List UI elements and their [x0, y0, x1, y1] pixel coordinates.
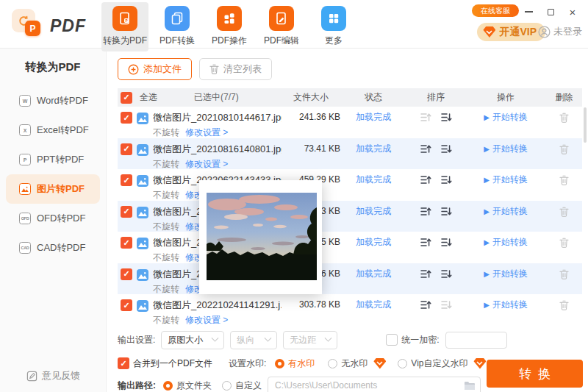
window-controls: ×	[516, 4, 582, 19]
sidebar-item-label: PPT转PDF	[37, 153, 84, 166]
delete-row-icon[interactable]	[546, 268, 582, 282]
sort-down-icon[interactable]	[441, 207, 452, 216]
sort-up-icon[interactable]	[420, 144, 431, 154]
row-checkbox[interactable]: ✓	[121, 112, 132, 124]
sort-down-icon[interactable]	[441, 300, 452, 310]
sort-up-icon[interactable]	[420, 269, 431, 279]
login-button[interactable]: 未登录	[538, 25, 582, 38]
image-preview-popup	[199, 180, 322, 294]
scrollbar-thumb[interactable]	[584, 107, 587, 143]
start-convert-button[interactable]: ▶开始转换	[465, 206, 546, 217]
sort-up-icon[interactable]	[420, 113, 431, 122]
convert-button[interactable]: 转换	[487, 360, 583, 388]
original-folder-radio[interactable]	[163, 381, 173, 391]
file-status: 加载完成	[340, 143, 406, 154]
sort-down-icon[interactable]	[441, 238, 452, 247]
sidebar-item-cad-to-pdf[interactable]: CAD CAD转PDF	[6, 233, 100, 263]
tab-pdf-edit[interactable]: PDF编辑	[258, 2, 305, 51]
sidebar-item-label: CAD转PDF	[37, 241, 85, 254]
row-checkbox[interactable]: ✓	[121, 143, 132, 155]
encrypt-password-input[interactable]	[445, 332, 507, 349]
add-file-button[interactable]: 添加文件	[118, 58, 192, 80]
sidebar-item-ofd-to-pdf[interactable]: OFD OFD转PDF	[6, 204, 100, 233]
word-file-icon: W	[19, 95, 31, 107]
sidebar-item-image-to-pdf[interactable]: 图片转PDF	[6, 174, 100, 204]
encrypt-checkbox[interactable]	[386, 334, 398, 346]
modify-settings-link[interactable]: 修改设置 >	[185, 315, 228, 325]
merge-checkbox[interactable]: ✓	[118, 357, 129, 369]
feedback-button[interactable]: 意见反馈	[26, 369, 80, 382]
modify-settings-link[interactable]: 修改设置 >	[185, 159, 228, 169]
sort-down-icon[interactable]	[441, 269, 452, 279]
watermark-custom-radio[interactable]	[398, 359, 407, 368]
start-convert-button[interactable]: ▶开始转换	[465, 143, 546, 154]
margin-select[interactable]: 无边距	[283, 331, 337, 349]
delete-row-icon[interactable]	[546, 143, 582, 157]
start-convert-button[interactable]: ▶开始转换	[465, 112, 546, 123]
sort-up-icon[interactable]	[420, 175, 431, 185]
delete-row-icon[interactable]	[546, 299, 582, 313]
rotate-label: 不旋转	[153, 315, 179, 325]
encrypt-label: 统一加密:	[401, 334, 439, 346]
clear-list-button[interactable]: 清空列表	[199, 58, 272, 80]
sidebar-item-excel-to-pdf[interactable]: X Excel转PDF	[6, 115, 100, 145]
start-convert-button[interactable]: ▶开始转换	[465, 299, 546, 310]
tab-pdf-convert[interactable]: PDF转换	[154, 2, 201, 51]
sidebar-item-ppt-to-pdf[interactable]: P PPT转PDF	[6, 145, 100, 174]
watermark-on-radio[interactable]	[275, 359, 284, 368]
sort-up-icon[interactable]	[420, 238, 431, 247]
watermark-off-radio[interactable]	[328, 359, 337, 368]
browse-folder-icon[interactable]	[464, 381, 476, 392]
output-settings-label: 输出设置:	[118, 334, 155, 346]
sort-up-icon[interactable]	[420, 207, 431, 216]
tab-pdf-operations[interactable]: PDF操作	[206, 2, 253, 51]
start-convert-button[interactable]: ▶开始转换	[465, 237, 546, 248]
tab-convert-to-pdf[interactable]: P 转换为PDF	[101, 2, 148, 51]
maximize-icon[interactable]	[541, 4, 560, 19]
sort-down-icon[interactable]	[441, 113, 452, 122]
sidebar-item-label: 图片转PDF	[37, 182, 85, 196]
custom-path-radio[interactable]	[222, 381, 232, 391]
orientation-select[interactable]: 纵向	[230, 331, 277, 349]
row-checkbox[interactable]: ✓	[121, 174, 132, 186]
delete-row-icon[interactable]	[546, 112, 582, 125]
play-icon: ▶	[484, 145, 490, 153]
select-all-checkbox[interactable]: ✓	[121, 92, 132, 104]
logo-text: PDF	[50, 16, 86, 36]
online-service-badge[interactable]: 在线客服	[472, 4, 519, 17]
sort-up-icon[interactable]	[420, 300, 431, 310]
start-convert-button[interactable]: ▶开始转换	[465, 174, 546, 185]
sidebar-item-word-to-pdf[interactable]: W Word转PDF	[6, 86, 100, 115]
start-convert-label: 开始转换	[492, 268, 528, 279]
file-name: 微信图片_20210810144617.jpg	[153, 112, 282, 123]
toolbar: 添加文件 清空列表	[118, 58, 582, 80]
sort-down-icon[interactable]	[441, 144, 452, 154]
jpg-file-icon	[137, 207, 148, 218]
row-checkbox[interactable]: ✓	[121, 206, 132, 218]
close-icon[interactable]: ×	[563, 4, 582, 19]
output-path-input[interactable]	[268, 377, 481, 392]
file-name: 微信图片_20210816140801.jpg	[153, 143, 282, 154]
plus-circle-icon	[128, 64, 139, 75]
file-status: 加载完成	[340, 206, 406, 217]
trash-icon	[209, 64, 219, 74]
row-checkbox[interactable]: ✓	[121, 268, 132, 280]
tab-more[interactable]: 更多	[310, 2, 357, 51]
open-vip-button[interactable]: 开通VIP	[477, 23, 545, 41]
size-select[interactable]: 原图大小	[161, 331, 224, 349]
delete-row-icon[interactable]	[546, 206, 582, 219]
jpg-file-icon	[137, 238, 148, 249]
modify-settings-link[interactable]: 修改设置 >	[185, 127, 228, 138]
file-name: 微信图片_202210241141291.j...	[153, 299, 282, 310]
delete-row-icon[interactable]	[546, 174, 582, 188]
col-sort: 排序	[406, 91, 465, 104]
sort-down-icon[interactable]	[441, 175, 452, 185]
col-file-size: 文件大小	[282, 91, 340, 104]
start-convert-button[interactable]: ▶开始转换	[465, 268, 546, 279]
select-all-label: 全选	[137, 91, 176, 104]
minimize-icon[interactable]	[519, 4, 538, 19]
user-icon	[538, 26, 551, 38]
row-checkbox[interactable]: ✓	[121, 237, 132, 249]
delete-row-icon[interactable]	[546, 237, 582, 250]
row-checkbox[interactable]: ✓	[121, 299, 132, 311]
